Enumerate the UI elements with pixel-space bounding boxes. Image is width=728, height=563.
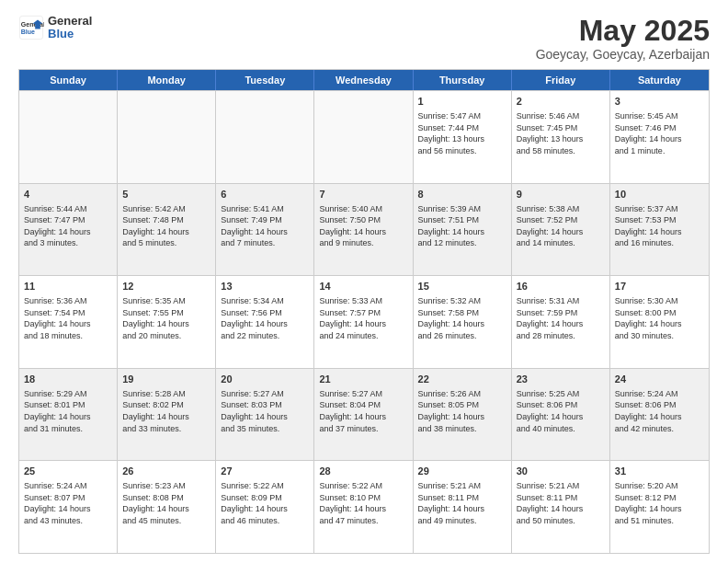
day-number: 15 — [418, 280, 506, 293]
day-number: 4 — [24, 188, 112, 201]
day-info: Sunrise: 5:33 AM Sunset: 7:57 PM Dayligh… — [319, 296, 386, 340]
day-number: 21 — [319, 373, 407, 386]
calendar-cell: 18Sunrise: 5:29 AM Sunset: 8:01 PM Dayli… — [19, 369, 118, 461]
day-info: Sunrise: 5:47 AM Sunset: 7:44 PM Dayligh… — [418, 111, 485, 155]
header-day-thursday: Thursday — [414, 70, 512, 90]
calendar-row-2: 4Sunrise: 5:44 AM Sunset: 7:47 PM Daylig… — [19, 183, 709, 276]
calendar-row-4: 18Sunrise: 5:29 AM Sunset: 8:01 PM Dayli… — [19, 368, 709, 461]
day-info: Sunrise: 5:37 AM Sunset: 7:53 PM Dayligh… — [615, 204, 682, 248]
calendar-cell: 21Sunrise: 5:27 AM Sunset: 8:04 PM Dayli… — [314, 369, 413, 461]
header: General Blue General Blue May 2025 Goeyc… — [18, 15, 710, 62]
calendar-cell: 1Sunrise: 5:47 AM Sunset: 7:44 PM Daylig… — [414, 91, 512, 183]
day-info: Sunrise: 5:35 AM Sunset: 7:55 PM Dayligh… — [122, 296, 189, 340]
calendar-cell: 22Sunrise: 5:26 AM Sunset: 8:05 PM Dayli… — [414, 369, 512, 461]
day-info: Sunrise: 5:32 AM Sunset: 7:58 PM Dayligh… — [418, 296, 485, 340]
calendar-cell: 3Sunrise: 5:45 AM Sunset: 7:46 PM Daylig… — [610, 91, 709, 183]
day-info: Sunrise: 5:41 AM Sunset: 7:49 PM Dayligh… — [221, 204, 288, 248]
calendar-cell: 5Sunrise: 5:42 AM Sunset: 7:48 PM Daylig… — [118, 184, 216, 276]
header-day-sunday: Sunday — [19, 70, 118, 90]
calendar-body: 1Sunrise: 5:47 AM Sunset: 7:44 PM Daylig… — [19, 90, 709, 553]
day-info: Sunrise: 5:46 AM Sunset: 7:45 PM Dayligh… — [517, 111, 584, 155]
day-number: 27 — [221, 465, 309, 478]
day-info: Sunrise: 5:40 AM Sunset: 7:50 PM Dayligh… — [319, 204, 386, 248]
calendar-cell: 4Sunrise: 5:44 AM Sunset: 7:47 PM Daylig… — [19, 184, 118, 276]
day-info: Sunrise: 5:21 AM Sunset: 8:11 PM Dayligh… — [418, 481, 485, 525]
svg-text:Blue: Blue — [21, 29, 35, 35]
day-number: 26 — [122, 465, 210, 478]
calendar-cell — [19, 91, 118, 183]
day-info: Sunrise: 5:31 AM Sunset: 7:59 PM Dayligh… — [517, 296, 584, 340]
calendar-cell: 29Sunrise: 5:21 AM Sunset: 8:11 PM Dayli… — [414, 461, 512, 553]
logo-text-line2: Blue — [48, 28, 92, 40]
day-info: Sunrise: 5:24 AM Sunset: 8:06 PM Dayligh… — [615, 389, 682, 433]
header-day-monday: Monday — [118, 70, 216, 90]
day-number: 2 — [517, 95, 605, 109]
page-subtitle: Goeycay, Goeycay, Azerbaijan — [536, 47, 710, 62]
day-number: 17 — [615, 280, 704, 293]
calendar-cell: 14Sunrise: 5:33 AM Sunset: 7:57 PM Dayli… — [314, 276, 413, 368]
day-number: 8 — [418, 188, 506, 201]
header-day-tuesday: Tuesday — [216, 70, 314, 90]
day-info: Sunrise: 5:39 AM Sunset: 7:51 PM Dayligh… — [418, 204, 485, 248]
calendar-cell: 19Sunrise: 5:28 AM Sunset: 8:02 PM Dayli… — [118, 369, 216, 461]
day-number: 28 — [319, 465, 407, 478]
day-number: 29 — [418, 465, 506, 478]
calendar-cell: 15Sunrise: 5:32 AM Sunset: 7:58 PM Dayli… — [414, 276, 512, 368]
calendar-cell: 25Sunrise: 5:24 AM Sunset: 8:07 PM Dayli… — [19, 461, 118, 553]
day-number: 11 — [24, 280, 112, 293]
day-info: Sunrise: 5:29 AM Sunset: 8:01 PM Dayligh… — [24, 389, 91, 433]
page: General Blue General Blue May 2025 Goeyc… — [0, 0, 728, 563]
calendar-row-3: 11Sunrise: 5:36 AM Sunset: 7:54 PM Dayli… — [19, 275, 709, 368]
calendar-cell: 26Sunrise: 5:23 AM Sunset: 8:08 PM Dayli… — [118, 461, 216, 553]
day-info: Sunrise: 5:22 AM Sunset: 8:10 PM Dayligh… — [319, 481, 386, 525]
calendar-cell: 23Sunrise: 5:25 AM Sunset: 8:06 PM Dayli… — [512, 369, 610, 461]
day-number: 9 — [517, 188, 605, 201]
calendar-cell: 12Sunrise: 5:35 AM Sunset: 7:55 PM Dayli… — [118, 276, 216, 368]
logo-icon: General Blue — [18, 15, 44, 40]
header-day-friday: Friday — [512, 70, 610, 90]
calendar-cell: 17Sunrise: 5:30 AM Sunset: 8:00 PM Dayli… — [610, 276, 709, 368]
day-number: 30 — [517, 465, 605, 478]
day-info: Sunrise: 5:30 AM Sunset: 8:00 PM Dayligh… — [615, 296, 682, 340]
day-info: Sunrise: 5:23 AM Sunset: 8:08 PM Dayligh… — [122, 481, 189, 525]
day-number: 23 — [517, 373, 605, 386]
day-info: Sunrise: 5:21 AM Sunset: 8:11 PM Dayligh… — [517, 481, 584, 525]
day-info: Sunrise: 5:28 AM Sunset: 8:02 PM Dayligh… — [122, 389, 189, 433]
day-number: 7 — [319, 188, 407, 201]
day-info: Sunrise: 5:38 AM Sunset: 7:52 PM Dayligh… — [517, 204, 584, 248]
logo-text-line1: General — [48, 15, 92, 28]
day-number: 12 — [122, 280, 210, 293]
day-number: 24 — [615, 373, 704, 386]
day-number: 16 — [517, 280, 605, 293]
day-number: 20 — [221, 373, 309, 386]
calendar-cell: 2Sunrise: 5:46 AM Sunset: 7:45 PM Daylig… — [512, 91, 610, 183]
calendar-cell: 28Sunrise: 5:22 AM Sunset: 8:10 PM Dayli… — [314, 461, 413, 553]
calendar-cell: 7Sunrise: 5:40 AM Sunset: 7:50 PM Daylig… — [314, 184, 413, 276]
day-info: Sunrise: 5:20 AM Sunset: 8:12 PM Dayligh… — [615, 481, 682, 525]
calendar-header: SundayMondayTuesdayWednesdayThursdayFrid… — [19, 70, 709, 90]
day-number: 19 — [122, 373, 210, 386]
calendar-row-1: 1Sunrise: 5:47 AM Sunset: 7:44 PM Daylig… — [19, 90, 709, 183]
calendar-cell: 10Sunrise: 5:37 AM Sunset: 7:53 PM Dayli… — [610, 184, 709, 276]
calendar-cell: 30Sunrise: 5:21 AM Sunset: 8:11 PM Dayli… — [512, 461, 610, 553]
day-number: 3 — [615, 95, 704, 109]
day-number: 31 — [615, 465, 704, 478]
calendar-cell — [314, 91, 413, 183]
svg-text:General: General — [21, 21, 44, 28]
day-info: Sunrise: 5:34 AM Sunset: 7:56 PM Dayligh… — [221, 296, 288, 340]
day-info: Sunrise: 5:36 AM Sunset: 7:54 PM Dayligh… — [24, 296, 91, 340]
logo: General Blue General Blue — [18, 15, 92, 41]
day-info: Sunrise: 5:45 AM Sunset: 7:46 PM Dayligh… — [615, 111, 682, 155]
day-info: Sunrise: 5:24 AM Sunset: 8:07 PM Dayligh… — [24, 481, 91, 525]
calendar: SundayMondayTuesdayWednesdayThursdayFrid… — [18, 69, 710, 554]
day-number: 22 — [418, 373, 506, 386]
calendar-cell — [118, 91, 216, 183]
day-info: Sunrise: 5:44 AM Sunset: 7:47 PM Dayligh… — [24, 204, 91, 248]
day-number: 25 — [24, 465, 112, 478]
day-number: 5 — [122, 188, 210, 201]
calendar-cell: 24Sunrise: 5:24 AM Sunset: 8:06 PM Dayli… — [610, 369, 709, 461]
day-info: Sunrise: 5:27 AM Sunset: 8:03 PM Dayligh… — [221, 389, 288, 433]
calendar-cell: 13Sunrise: 5:34 AM Sunset: 7:56 PM Dayli… — [216, 276, 314, 368]
day-info: Sunrise: 5:27 AM Sunset: 8:04 PM Dayligh… — [319, 389, 386, 433]
calendar-row-5: 25Sunrise: 5:24 AM Sunset: 8:07 PM Dayli… — [19, 460, 709, 553]
